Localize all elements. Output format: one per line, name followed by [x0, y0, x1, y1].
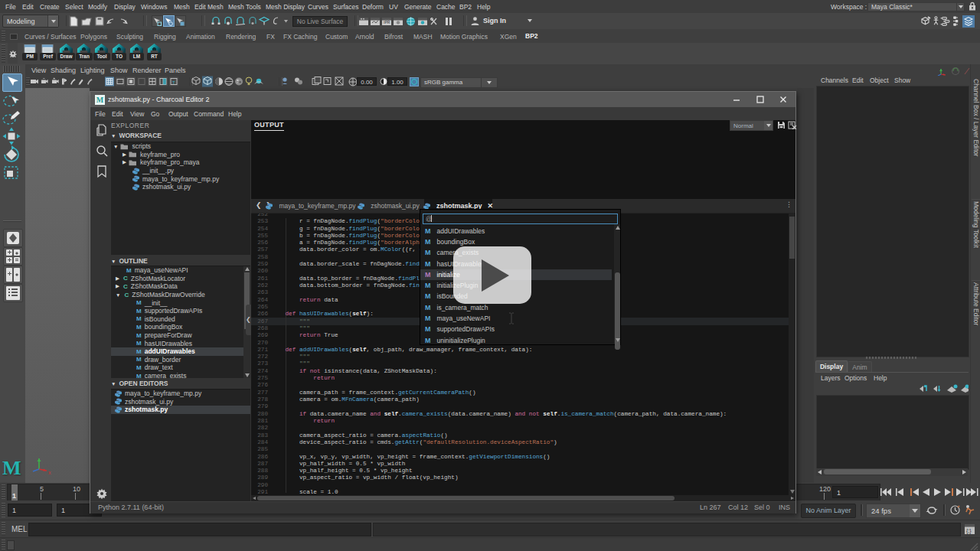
- svg-text:IPR: IPR: [384, 20, 390, 24]
- svg-text:x: x: [48, 470, 51, 475]
- svg-text:{;}: {;}: [966, 528, 972, 534]
- svg-text:T: T: [172, 80, 175, 85]
